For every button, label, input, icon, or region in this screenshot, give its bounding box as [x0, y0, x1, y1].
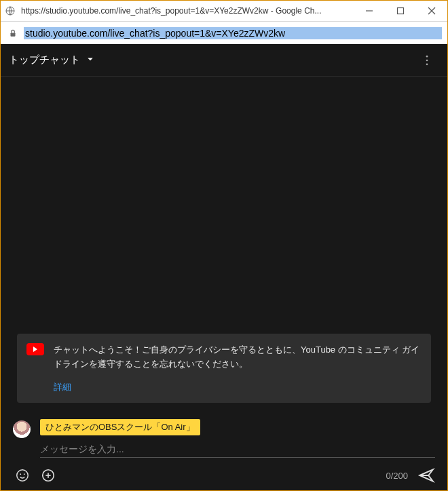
svg-point-11	[24, 473, 25, 475]
send-button[interactable]	[417, 467, 435, 484]
chat-messages-area: チャットへようこそ！ご自身のプライバシーを守るとともに、YouTube のコミュ…	[1, 77, 447, 411]
window-title: https://studio.youtube.com/live_chat?is_…	[20, 6, 354, 16]
more-options-button[interactable]	[415, 48, 439, 73]
notice-text: チャットへようこそ！ご自身のプライバシーを守るとともに、YouTube のコミュ…	[54, 343, 420, 372]
browser-window: https://studio.youtube.com/live_chat?is_…	[0, 0, 448, 491]
globe-icon	[1, 5, 20, 16]
message-input[interactable]	[40, 441, 435, 458]
message-composer: ひとみマンのOBSスクール「On Air」 0/200	[1, 411, 447, 490]
notice-details-link[interactable]: 詳細	[54, 381, 71, 393]
chat-panel: トップチャット チャットへようこそ！ご自身のプライバシーを守るとともに、YouT…	[1, 44, 447, 490]
svg-point-10	[20, 473, 21, 475]
minimize-button[interactable]	[354, 1, 385, 21]
username-badge: ひとみマンのOBSスクール「On Air」	[40, 419, 200, 435]
svg-rect-2	[398, 8, 404, 14]
window-titlebar: https://studio.youtube.com/live_chat?is_…	[1, 1, 447, 21]
chat-header: トップチャット	[1, 44, 447, 77]
maximize-button[interactable]	[385, 1, 416, 21]
address-bar[interactable]: studio.youtube.com/live_chat?is_popout=1…	[1, 21, 447, 44]
youtube-icon	[26, 343, 44, 355]
chevron-down-icon	[84, 53, 96, 67]
chat-mode-dropdown[interactable]: トップチャット	[9, 53, 96, 67]
lock-icon	[6, 28, 20, 38]
url-text[interactable]: studio.youtube.com/live_chat?is_popout=1…	[24, 27, 442, 39]
svg-point-7	[426, 59, 428, 61]
chat-mode-label: トップチャット	[9, 54, 80, 66]
add-button[interactable]	[39, 466, 58, 485]
close-button[interactable]	[416, 1, 447, 21]
welcome-notice: チャットへようこそ！ご自身のプライバシーを守るとともに、YouTube のコミュ…	[17, 334, 431, 403]
svg-point-6	[426, 55, 428, 57]
emoji-button[interactable]	[13, 466, 32, 485]
svg-rect-5	[11, 33, 16, 36]
user-avatar	[13, 420, 31, 438]
char-counter: 0/200	[386, 471, 408, 481]
svg-point-8	[426, 63, 428, 65]
svg-point-9	[17, 470, 29, 482]
